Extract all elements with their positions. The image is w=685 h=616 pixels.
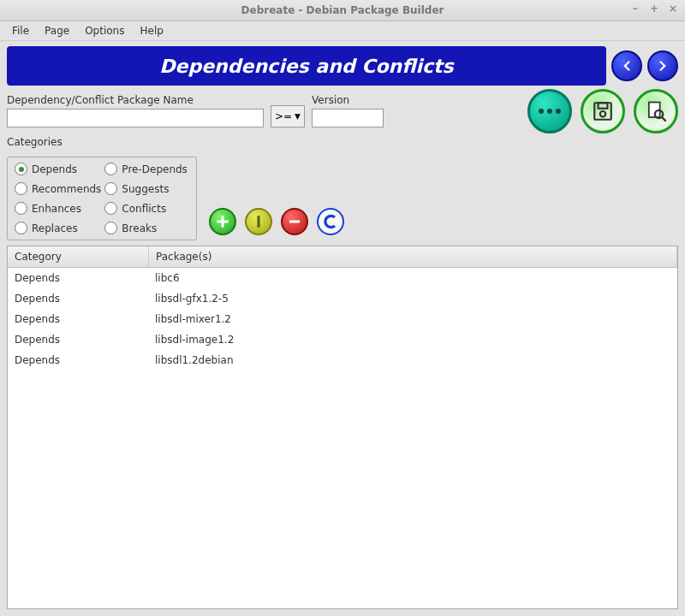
cell-package: libsdl1.2debian (148, 352, 677, 368)
clear-button[interactable] (317, 208, 344, 235)
page-header: Dependencies and Conflicts (7, 46, 678, 86)
close-icon[interactable]: × (666, 3, 680, 15)
radio-icon (15, 202, 27, 215)
cell-category: Depends (8, 270, 148, 286)
version-label: Version (312, 94, 384, 106)
chevron-down-icon: ▼ (295, 112, 301, 121)
radio-icon (104, 202, 117, 215)
save-button[interactable] (581, 89, 625, 133)
more-button[interactable] (527, 89, 572, 133)
content-area: Dependencies and Conflicts Dependency/Co… (0, 41, 685, 616)
category-suggests[interactable]: Suggests (104, 182, 189, 195)
category-depends[interactable]: Depends (15, 163, 101, 175)
category-label: Depends (32, 163, 77, 175)
radio-icon (104, 163, 117, 175)
cell-category: Depends (8, 311, 148, 327)
category-pre-depends[interactable]: Pre-Depends (104, 163, 189, 175)
window-controls: – + × (628, 3, 680, 15)
letter-c-icon (322, 213, 339, 230)
page-magnify-icon (644, 99, 668, 123)
svg-line-8 (662, 117, 666, 121)
category-replaces[interactable]: Replaces (15, 222, 101, 234)
radio-icon (104, 182, 117, 195)
col-packages[interactable]: Package(s) (149, 246, 677, 267)
cell-package: libsdl-mixer1.2 (148, 311, 677, 327)
category-breaks[interactable]: Breaks (104, 222, 189, 234)
cell-category: Depends (8, 291, 148, 306)
version-operator-value: >= (275, 110, 292, 122)
menu-page[interactable]: Page (38, 23, 76, 38)
maximize-icon[interactable]: + (647, 3, 661, 15)
remove-button[interactable] (281, 208, 308, 235)
table-body[interactable]: Dependslibc6Dependslibsdl-gfx1.2-5Depend… (8, 268, 677, 608)
cell-category: Depends (8, 352, 148, 368)
category-label: Recommends (32, 183, 101, 195)
package-name-label: Dependency/Conflict Package Name (7, 94, 264, 106)
category-label: Breaks (122, 222, 157, 234)
col-category[interactable]: Category (8, 246, 149, 267)
radio-icon (15, 222, 27, 234)
package-name-field: Dependency/Conflict Package Name (7, 94, 264, 127)
radio-icon (15, 182, 27, 195)
category-label: Conflicts (122, 203, 166, 215)
categories-row: DependsPre-DependsRecommendsSuggestsEnha… (7, 150, 678, 240)
svg-point-5 (600, 111, 606, 117)
category-conflicts[interactable]: Conflicts (104, 202, 189, 215)
plus-icon (215, 214, 230, 229)
arrow-left-icon (619, 58, 634, 74)
cell-package: libsdl-gfx1.2-5 (148, 291, 677, 306)
table-row[interactable]: Dependslibsdl-mixer1.2 (8, 309, 677, 329)
category-label: Pre-Depends (122, 163, 188, 175)
input-row: Dependency/Conflict Package Name >= ▼ Ve… (7, 94, 678, 127)
add-button[interactable] (209, 208, 236, 235)
category-label: Suggests (122, 183, 169, 195)
window-title: Debreate - Debian Package Builder (0, 4, 685, 16)
version-input[interactable] (312, 109, 384, 127)
table-row[interactable]: Dependslibsdl1.2debian (8, 350, 677, 370)
version-field: Version (312, 94, 384, 127)
categories-label: Categories (7, 136, 678, 148)
append-button[interactable] (245, 208, 272, 235)
svg-point-1 (547, 109, 552, 114)
pipe-icon (251, 214, 266, 229)
preview-button[interactable] (634, 89, 678, 133)
package-name-input[interactable] (7, 109, 264, 127)
app-window: Debreate - Debian Package Builder – + × … (0, 0, 685, 616)
table-header: Category Package(s) (8, 246, 677, 268)
radio-icon (15, 163, 27, 175)
svg-point-2 (556, 109, 561, 114)
category-enhances[interactable]: Enhances (15, 202, 101, 215)
svg-rect-4 (599, 103, 608, 109)
minimize-icon[interactable]: – (628, 3, 642, 15)
arrow-right-icon (655, 58, 670, 74)
dependencies-table: Category Package(s) Dependslibc6Dependsl… (7, 246, 678, 609)
svg-point-0 (539, 109, 544, 114)
page-title: Dependencies and Conflicts (7, 46, 606, 86)
titlebar: Debreate - Debian Package Builder – + × (0, 0, 685, 21)
category-label: Replaces (32, 222, 78, 234)
svg-rect-9 (258, 216, 260, 228)
menubar: File Page Options Help (0, 21, 685, 41)
radio-icon (104, 222, 117, 234)
list-action-buttons (209, 208, 344, 235)
table-row[interactable]: Dependslibsdl-image1.2 (8, 329, 677, 350)
floppy-disk-icon (592, 100, 614, 122)
cell-package: libc6 (148, 270, 677, 286)
toolbar-buttons (527, 89, 678, 133)
category-recommends[interactable]: Recommends (15, 182, 101, 195)
minus-icon (287, 214, 302, 229)
ellipsis-icon (537, 107, 563, 116)
cell-package: libsdl-image1.2 (148, 332, 677, 347)
version-operator-select[interactable]: >= ▼ (271, 105, 305, 127)
categories-group: DependsPre-DependsRecommendsSuggestsEnha… (7, 157, 197, 240)
table-row[interactable]: Dependslibsdl-gfx1.2-5 (8, 288, 677, 309)
menu-file[interactable]: File (5, 23, 36, 38)
page-title-text: Dependencies and Conflicts (159, 56, 453, 77)
category-label: Enhances (32, 203, 81, 215)
menu-options[interactable]: Options (78, 23, 131, 38)
prev-page-button[interactable] (611, 50, 642, 81)
svg-rect-10 (289, 221, 300, 223)
next-page-button[interactable] (647, 50, 678, 81)
table-row[interactable]: Dependslibc6 (8, 268, 677, 288)
menu-help[interactable]: Help (133, 23, 170, 38)
